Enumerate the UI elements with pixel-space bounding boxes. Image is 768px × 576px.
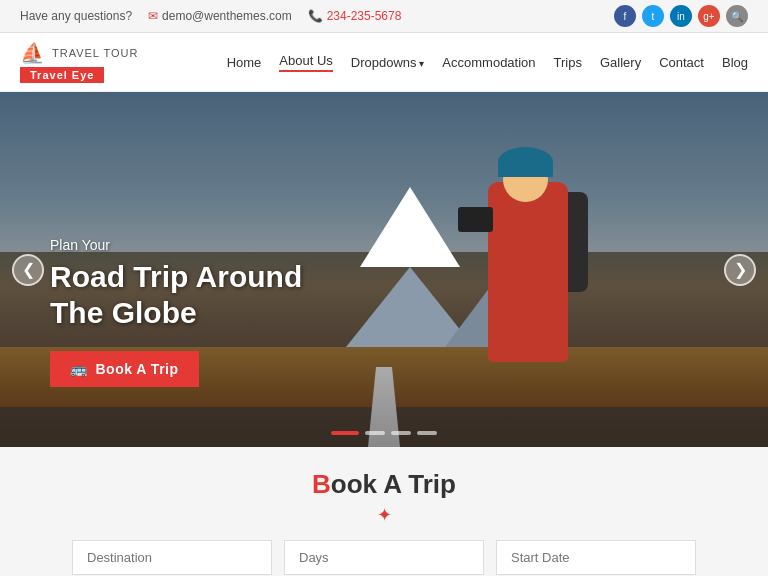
nav-about[interactable]: About Us xyxy=(279,53,332,72)
book-trip-button[interactable]: 🚌 Book A Trip xyxy=(50,351,199,387)
hero-text: Plan Your Road Trip Around The Globe 🚌 B… xyxy=(50,237,302,387)
nav-links: Home About Us Dropdowns Accommodation Tr… xyxy=(227,53,748,72)
person-camera xyxy=(458,207,493,232)
book-title-rest: ook A Trip xyxy=(331,469,456,499)
book-section-dot: ✦ xyxy=(30,504,738,526)
logo-tagline: Travel Eye xyxy=(20,67,104,83)
logo-icon: ⛵ xyxy=(20,41,46,65)
nav-home[interactable]: Home xyxy=(227,55,262,70)
dot-2[interactable] xyxy=(365,431,385,435)
dot-1[interactable] xyxy=(331,431,359,435)
book-icon: 🚌 xyxy=(70,361,88,377)
phone-text: 234-235-5678 xyxy=(327,9,402,23)
email-icon: ✉ xyxy=(148,9,158,23)
twitter-icon[interactable]: t xyxy=(642,5,664,27)
phone-icon: 📞 xyxy=(308,9,323,23)
search-icon[interactable]: 🔍 xyxy=(726,5,748,27)
email-text: demo@wenthemes.com xyxy=(162,9,292,23)
book-section-title: Book A Trip xyxy=(30,469,738,500)
googleplus-icon[interactable]: g+ xyxy=(698,5,720,27)
hero-prev-arrow[interactable]: ❮ xyxy=(12,254,44,286)
hero-title-line1: Road Trip Around xyxy=(50,259,302,295)
person-hat xyxy=(498,147,553,177)
social-links: f t in g+ 🔍 xyxy=(614,5,748,27)
nav-dropdowns[interactable]: Dropdowns xyxy=(351,55,425,70)
person-body xyxy=(488,182,568,362)
top-bar-left: Have any questions? ✉ demo@wenthemes.com… xyxy=(20,9,401,23)
hero-next-arrow[interactable]: ❯ xyxy=(724,254,756,286)
dot-3[interactable] xyxy=(391,431,411,435)
logo: ⛵ TRAVEL TOUR Travel Eye xyxy=(20,41,138,83)
nav-blog[interactable]: Blog xyxy=(722,55,748,70)
navbar: ⛵ TRAVEL TOUR Travel Eye Home About Us D… xyxy=(0,33,768,92)
top-bar: Have any questions? ✉ demo@wenthemes.com… xyxy=(0,0,768,33)
dot-4[interactable] xyxy=(417,431,437,435)
hero-title: Road Trip Around The Globe xyxy=(50,259,302,331)
nav-gallery[interactable]: Gallery xyxy=(600,55,641,70)
hero-subtitle: Plan Your xyxy=(50,237,302,253)
days-input[interactable] xyxy=(284,540,484,575)
email-contact: ✉ demo@wenthemes.com xyxy=(148,9,292,23)
book-title-prefix: B xyxy=(312,469,331,499)
book-section: Book A Trip ✦ xyxy=(0,447,768,576)
nav-contact[interactable]: Contact xyxy=(659,55,704,70)
hero-title-line2: The Globe xyxy=(50,295,302,331)
nav-accommodation[interactable]: Accommodation xyxy=(442,55,535,70)
start-date-input[interactable] xyxy=(496,540,696,575)
hero-person xyxy=(448,152,588,412)
facebook-icon[interactable]: f xyxy=(614,5,636,27)
slide-dots xyxy=(331,431,437,435)
logo-brand: ⛵ TRAVEL TOUR xyxy=(20,41,138,65)
hero-section: Plan Your Road Trip Around The Globe 🚌 B… xyxy=(0,92,768,447)
linkedin-icon[interactable]: in xyxy=(670,5,692,27)
logo-text: TRAVEL TOUR xyxy=(52,47,138,59)
phone-contact: 📞 234-235-5678 xyxy=(308,9,402,23)
question-text: Have any questions? xyxy=(20,9,132,23)
nav-trips[interactable]: Trips xyxy=(554,55,582,70)
book-label: Book A Trip xyxy=(96,361,179,377)
destination-input[interactable] xyxy=(72,540,272,575)
book-fields xyxy=(30,540,738,575)
